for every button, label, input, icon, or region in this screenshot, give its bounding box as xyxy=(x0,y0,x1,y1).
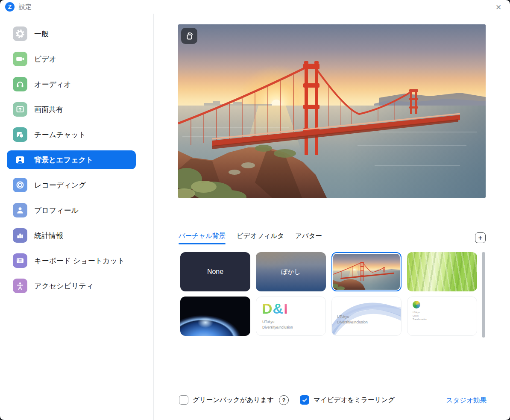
settings-window: Z 設定 ✕ 一般 ビデオ オーディオ xyxy=(0,0,510,420)
sidebar-item-screen-share[interactable]: 画面共有 xyxy=(7,100,136,119)
golden-gate-sunset-image xyxy=(178,24,486,198)
sidebar-item-recording[interactable]: レコーディング xyxy=(7,176,136,194)
background-tile-earth[interactable] xyxy=(180,297,250,336)
titlebar: Z 設定 ✕ xyxy=(0,0,510,14)
green-screen-checkbox[interactable] xyxy=(179,395,188,405)
dni-caption: UTokyo Diversity&Inclusion xyxy=(262,319,293,330)
tab-avatar[interactable]: アバター xyxy=(295,232,322,244)
background-tile-utokyo-dni-waves[interactable]: UTokyo Diversity&Inclusion xyxy=(331,297,402,336)
sidebar-item-background-effects[interactable]: 背景とエフェクト xyxy=(7,150,136,169)
background-tabs: バーチャル背景 ビデオフィルタ アバター xyxy=(179,232,322,244)
background-tile-grass[interactable] xyxy=(407,252,477,291)
rotate-icon xyxy=(184,31,194,41)
studio-effects-link[interactable]: スタジオ効果 xyxy=(446,396,487,405)
green-screen-label[interactable]: グリーンバックがあります xyxy=(193,396,274,405)
check-icon xyxy=(302,397,308,403)
background-tile-utokyo-green[interactable]: UTokyo Green Transformation xyxy=(407,297,477,336)
sidebar-item-video[interactable]: ビデオ xyxy=(7,50,136,68)
window-title: 設定 xyxy=(19,3,32,11)
sidebar-item-label: レコーディング xyxy=(34,180,86,190)
tab-virtual-background[interactable]: バーチャル背景 xyxy=(179,232,226,244)
gear-icon xyxy=(13,26,27,41)
person-icon xyxy=(13,203,27,217)
share-screen-icon xyxy=(13,102,27,117)
background-tile-blur[interactable]: ぼかし xyxy=(256,252,326,291)
sidebar-item-profile[interactable]: プロフィール xyxy=(7,201,136,220)
headphones-icon xyxy=(13,77,27,91)
close-icon[interactable]: ✕ xyxy=(493,2,504,13)
sidebar-item-team-chat[interactable]: チームチャット xyxy=(7,125,136,144)
background-tile-utokyo-dni-logo[interactable]: D&I UTokyo Diversity&Inclusion xyxy=(256,297,326,336)
sidebar-item-statistics[interactable]: 統計情報 xyxy=(7,226,136,245)
sidebar-item-label: 画面共有 xyxy=(34,105,63,115)
sidebar-item-general[interactable]: 一般 xyxy=(7,24,136,43)
grid-scrollbar[interactable] xyxy=(482,252,485,338)
sidebar-item-keyboard-shortcuts[interactable]: キーボード ショートカット xyxy=(7,251,136,270)
video-camera-icon xyxy=(13,52,27,66)
sidebar-item-label: アクセシビリティ xyxy=(34,281,94,291)
virtual-background-icon xyxy=(13,153,27,167)
record-ring-icon xyxy=(13,178,27,192)
add-background-button[interactable]: + xyxy=(475,232,486,243)
sidebar-item-label: オーディオ xyxy=(34,79,71,89)
mirror-video-label[interactable]: マイビデオをミラーリング xyxy=(314,396,395,405)
bar-chart-icon xyxy=(13,228,27,243)
footer-controls: グリーンバックがあります ? マイビデオをミラーリング xyxy=(179,392,395,408)
sidebar-item-accessibility[interactable]: アクセシビリティ xyxy=(7,276,136,295)
accessibility-icon xyxy=(13,279,27,293)
sidebar-item-audio[interactable]: オーディオ xyxy=(7,75,136,94)
chat-bubbles-icon xyxy=(13,127,27,142)
sidebar-item-label: 統計情報 xyxy=(34,231,63,241)
sidebar-item-label: プロフィール xyxy=(34,206,79,215)
background-tile-bridge-selected[interactable] xyxy=(331,252,402,291)
main-panel: バーチャル背景 ビデオフィルタ アバター + None ぼかし xyxy=(154,14,510,420)
tile-label: None xyxy=(180,252,250,291)
content: 一般 ビデオ オーディオ 画面共有 xyxy=(0,14,510,420)
bridge-thumbnail xyxy=(333,254,400,290)
tile-label: ぼかし xyxy=(256,252,326,291)
zoom-logo-icon: Z xyxy=(5,2,15,12)
video-preview xyxy=(178,24,486,198)
background-grid: None ぼかし xyxy=(180,252,477,336)
utokyo-green-logo xyxy=(413,301,420,308)
help-icon[interactable]: ? xyxy=(279,395,289,405)
waves-caption: UTokyo Diversity&Inclusion xyxy=(337,314,368,325)
sidebar-item-label: ビデオ xyxy=(34,54,56,64)
sidebar-item-label: 背景とエフェクト xyxy=(34,155,93,165)
sidebar: 一般 ビデオ オーディオ 画面共有 xyxy=(0,14,154,420)
background-tile-none[interactable]: None xyxy=(180,252,250,291)
rotate-preview-button[interactable] xyxy=(181,28,197,44)
tab-video-filter[interactable]: ビデオフィルタ xyxy=(237,232,284,244)
sidebar-item-label: 一般 xyxy=(34,29,49,39)
sidebar-item-label: キーボード ショートカット xyxy=(34,256,125,266)
green-caption: UTokyo Green Transformation xyxy=(413,311,427,321)
mirror-video-checkbox[interactable] xyxy=(300,395,309,405)
dni-logo: D&I xyxy=(262,301,288,316)
sidebar-item-label: チームチャット xyxy=(34,130,86,140)
keyboard-icon xyxy=(13,253,27,268)
